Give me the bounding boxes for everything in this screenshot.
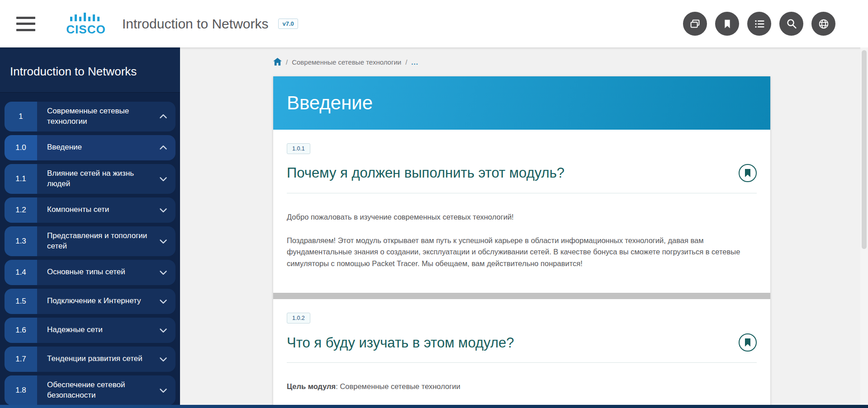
sidebar-item-number: 1.6 bbox=[5, 318, 37, 343]
windows-button[interactable] bbox=[683, 12, 707, 36]
sidebar-item-label: Тенденции развития сетей bbox=[47, 354, 157, 364]
bookmark-button[interactable] bbox=[715, 12, 739, 36]
sidebar-item-number: 1.0 bbox=[5, 135, 37, 160]
sidebar-item-number: 1.4 bbox=[5, 260, 37, 285]
topic-paragraph: Поздравляем! Этот модуль открывает вам п… bbox=[287, 235, 748, 270]
search-icon bbox=[785, 17, 798, 31]
module-goal: Цель модуля: Современные сетевые техноло… bbox=[287, 381, 748, 393]
page-scrollbar[interactable] bbox=[860, 47, 868, 408]
content-card: Введение 1.0.1 Почему я должен выполнить… bbox=[273, 76, 770, 408]
chevron-up-icon bbox=[157, 111, 169, 122]
module-goal-value: : Современные сетевые технологии bbox=[336, 382, 460, 390]
chevron-down-icon bbox=[157, 235, 169, 247]
sidebar-item-number: 1.8 bbox=[5, 375, 37, 405]
bookmark-icon bbox=[744, 169, 751, 177]
version-badge: v7.0 bbox=[278, 19, 298, 29]
sidebar-item-label: Компоненты сети bbox=[47, 205, 157, 215]
breadcrumb-module[interactable]: Современные сетевые технологии bbox=[292, 58, 401, 66]
globe-button[interactable] bbox=[811, 12, 835, 36]
course-sidebar: Introduction to Networks 1 Современные с… bbox=[0, 47, 180, 408]
bookmark-topic-button[interactable] bbox=[739, 164, 757, 182]
chevron-down-icon bbox=[157, 324, 169, 336]
banner-title: Введение bbox=[287, 92, 373, 114]
chevron-down-icon bbox=[157, 295, 169, 307]
hamburger-menu-icon[interactable] bbox=[16, 17, 35, 31]
header-actions bbox=[683, 12, 835, 36]
sidebar-item-1.8[interactable]: 1.8 Обеспечение сетевой безопасности bbox=[5, 375, 175, 405]
sidebar-item-1[interactable]: 1 Современные сетевые технологии bbox=[5, 102, 175, 131]
sidebar-item-label: Введение bbox=[47, 142, 157, 153]
topic-heading: Что я буду изучать в этом модуле? bbox=[287, 334, 514, 351]
sidebar-item-1.7[interactable]: 1.7 Тенденции развития сетей bbox=[5, 347, 175, 372]
breadcrumb-separator: / bbox=[405, 58, 407, 66]
sidebar-item-number: 1.2 bbox=[5, 197, 37, 223]
cisco-wordmark: CISCO bbox=[66, 24, 105, 35]
chevron-down-icon bbox=[157, 204, 169, 216]
sidebar-item-1.2[interactable]: 1.2 Компоненты сети bbox=[5, 197, 175, 223]
topic-paragraph: Добро пожаловать в изучение современных … bbox=[287, 211, 748, 223]
sidebar-course-title: Introduction to Networks bbox=[10, 65, 170, 79]
main-content-area: / Современные сетевые технологии / ... В… bbox=[180, 47, 860, 408]
sidebar-item-label: Основные типы сетей bbox=[47, 267, 157, 277]
top-header: CISCO Introduction to Networks v7.0 bbox=[0, 0, 868, 47]
sidebar-item-1.0[interactable]: 1.0 Введение bbox=[5, 135, 175, 160]
section-banner: Введение bbox=[273, 76, 770, 130]
sidebar-item-number: 1.7 bbox=[5, 347, 37, 372]
module-goal-label: Цель модуля bbox=[287, 382, 336, 390]
list-icon bbox=[753, 17, 766, 31]
sidebar-item-number: 1.5 bbox=[5, 289, 37, 314]
section-divider bbox=[273, 293, 770, 299]
topic-badge: 1.0.2 bbox=[287, 313, 310, 324]
sidebar-item-number: 1 bbox=[5, 102, 37, 131]
sidebar-item-1.3[interactable]: 1.3 Представления и топологии сетей bbox=[5, 226, 175, 256]
bookmark-icon bbox=[721, 17, 734, 31]
topic-heading: Почему я должен выполнить этот модуль? bbox=[287, 164, 564, 181]
sidebar-item-label: Влияние сетей на жизнь людей bbox=[47, 169, 157, 189]
topic-section-1-0-2: 1.0.2 Что я буду изучать в этом модуле? … bbox=[273, 299, 770, 393]
windows-icon bbox=[688, 17, 702, 31]
chevron-down-icon bbox=[157, 173, 169, 185]
cisco-logo: CISCO bbox=[63, 13, 109, 35]
sidebar-item-1.1[interactable]: 1.1 Влияние сетей на жизнь людей bbox=[5, 164, 175, 194]
chevron-down-icon bbox=[157, 267, 169, 278]
sidebar-item-label: Обеспечение сетевой безопасности bbox=[47, 380, 157, 401]
sidebar-item-number: 1.1 bbox=[5, 164, 37, 194]
chevron-down-icon bbox=[157, 385, 169, 396]
topic-section-1-0-1: 1.0.1 Почему я должен выполнить этот мод… bbox=[273, 130, 770, 269]
bookmark-topic-button[interactable] bbox=[739, 333, 757, 352]
sidebar-item-number: 1.3 bbox=[5, 226, 37, 256]
sidebar-item-1.6[interactable]: 1.6 Надежные сети bbox=[5, 318, 175, 343]
sidebar-item-1.5[interactable]: 1.5 Подключение к Интернету bbox=[5, 289, 175, 314]
sidebar-item-label: Современные сетевые технологии bbox=[47, 106, 157, 127]
sidebar-header: Introduction to Networks bbox=[0, 47, 180, 93]
bookmark-icon bbox=[744, 338, 751, 347]
home-icon[interactable] bbox=[273, 58, 282, 66]
scrollbar-thumb[interactable] bbox=[862, 50, 867, 249]
course-title: Introduction to Networks bbox=[122, 16, 268, 32]
search-button[interactable] bbox=[779, 12, 803, 36]
list-button[interactable] bbox=[747, 12, 771, 36]
topic-badge: 1.0.1 bbox=[287, 143, 310, 154]
sidebar-item-label: Надежные сети bbox=[47, 325, 157, 335]
breadcrumb-separator: / bbox=[286, 58, 288, 66]
sidebar-item-1.4[interactable]: 1.4 Основные типы сетей bbox=[5, 260, 175, 285]
globe-icon bbox=[817, 17, 830, 31]
sidebar-item-label: Представления и топологии сетей bbox=[47, 231, 157, 252]
chevron-down-icon bbox=[157, 353, 169, 365]
breadcrumb: / Современные сетевые технологии / ... bbox=[273, 47, 770, 76]
module-nav-list: 1 Современные сетевые технологии 1.0 Вве… bbox=[0, 93, 180, 405]
breadcrumb-ellipsis[interactable]: ... bbox=[411, 58, 418, 66]
sidebar-item-label: Подключение к Интернету bbox=[47, 296, 157, 306]
chevron-up-icon bbox=[157, 142, 169, 154]
bottom-accent-bar bbox=[0, 405, 868, 408]
